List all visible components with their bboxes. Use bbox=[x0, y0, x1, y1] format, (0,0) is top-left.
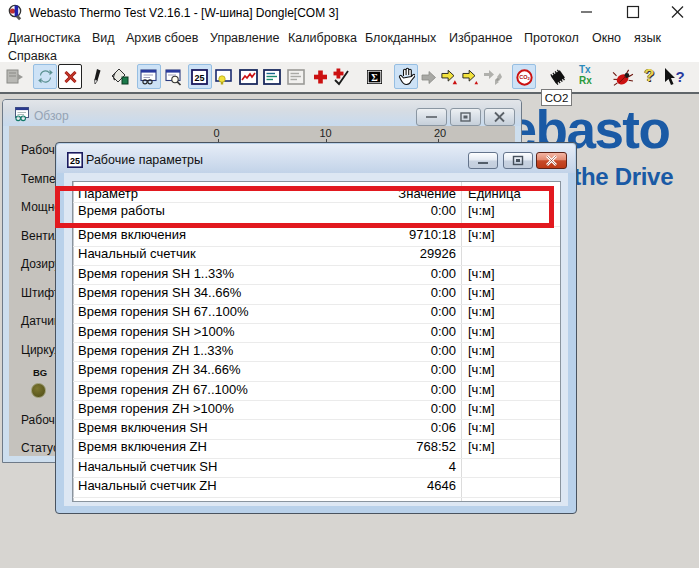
svg-text:25: 25 bbox=[70, 156, 80, 166]
svg-text:25: 25 bbox=[194, 73, 204, 83]
svg-text:?: ? bbox=[675, 68, 684, 85]
svg-text:Σ: Σ bbox=[371, 72, 378, 83]
svg-text:CO2: CO2 bbox=[519, 74, 530, 81]
